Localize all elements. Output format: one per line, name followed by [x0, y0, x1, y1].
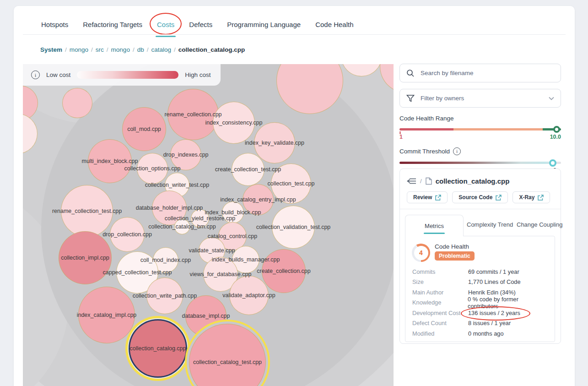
search-placeholder: Search by filename — [421, 70, 474, 76]
breadcrumb-separator: / — [91, 46, 93, 53]
owner-filter-label: Filter by owners — [421, 95, 464, 102]
breadcrumb-root[interactable]: System — [40, 46, 62, 53]
bubble-drop-collection-cpp[interactable] — [110, 217, 145, 252]
range-track-peach — [453, 128, 543, 130]
tab-complexity-trend[interactable]: Complexity Trend — [467, 221, 513, 228]
owner-filter-dropdown[interactable]: Filter by owners — [399, 89, 561, 108]
nav-tab-defects[interactable]: Defects — [188, 19, 213, 30]
external-link-icon — [435, 195, 441, 201]
range-handle[interactable] — [553, 126, 560, 133]
legend-info-icon[interactable]: i — [31, 71, 40, 79]
search-icon — [406, 69, 415, 77]
metric-value: 1,770 Lines of Code — [468, 278, 521, 285]
threshold-handle[interactable] — [549, 159, 556, 167]
button-label: X-Ray — [519, 194, 534, 201]
metric-label: Modified — [412, 330, 468, 337]
bubble-collection-options-cpp[interactable] — [137, 153, 168, 184]
bubble-drop-indexes-cpp[interactable] — [170, 139, 201, 170]
legend-low-label: Low cost — [46, 71, 70, 78]
button-label: Source Code — [459, 194, 492, 201]
path-separator: / — [420, 178, 422, 185]
metric-row-commits: Commits69 commits / 1 year — [412, 266, 550, 277]
bubble-rename-collection-test-cpp[interactable] — [61, 185, 113, 237]
tab-metrics[interactable]: Metrics — [405, 215, 464, 236]
bubble-create-collection-cpp[interactable] — [262, 249, 306, 293]
file-detail-card: / collection_catalog.cpp ReviewSource Co… — [399, 169, 561, 344]
nav-tab-programming-language[interactable]: Programming Language — [226, 19, 302, 30]
bubble-rename-collection-cpp[interactable] — [167, 89, 219, 140]
external-link-icon — [496, 195, 502, 201]
range-track-red — [399, 128, 453, 130]
nav-tab-costs[interactable]: Costs — [156, 19, 175, 30]
cost-gradient-bar — [77, 71, 178, 79]
code-health-range-slider[interactable] — [399, 125, 561, 133]
breadcrumb-current-file: collection_catalog.cpp — [178, 46, 245, 53]
breadcrumb-separator: / — [107, 46, 108, 53]
metric-value: 136 issues / 2 years — [468, 310, 520, 316]
range-max-label: 10.0 — [550, 134, 561, 140]
bubble-collection-catalog-bm-cpp[interactable] — [174, 219, 190, 234]
tab-active-underline — [424, 233, 445, 234]
legend-high-label: High cost — [185, 71, 210, 78]
breadcrumb-link-1-src[interactable]: src — [96, 46, 104, 53]
bubble-index-key-validate-cpp[interactable] — [254, 122, 295, 163]
bubble-index-catalog-impl-cpp[interactable] — [78, 287, 135, 343]
breadcrumb-separator: / — [174, 46, 176, 53]
breadcrumb: System/mongo/src/mongo/db/catalog/collec… — [40, 46, 245, 53]
metric-value: Henrik Edin (34%) — [468, 289, 516, 296]
tab-change-coupling[interactable]: Change Coupling — [517, 221, 562, 228]
nav-tab-hotspots[interactable]: Hotspots — [40, 19, 69, 30]
metric-row-defect-count: Defect Count8 issues / 1 year — [412, 318, 550, 329]
metric-value: 8 issues / 1 year — [468, 320, 511, 326]
threshold-track — [399, 162, 561, 164]
code-health-score: 4 — [419, 249, 423, 256]
commit-threshold-label: Commit Threshold — [399, 148, 450, 155]
breadcrumb-separator: / — [133, 46, 135, 53]
breadcrumb-separator: / — [147, 46, 149, 53]
button-label: Review — [413, 194, 432, 201]
review-button[interactable]: Review — [407, 191, 448, 203]
range-min-label: 1 — [399, 134, 403, 140]
detail-actions: ReviewSource CodeX-Ray — [407, 191, 550, 203]
x-ray-button[interactable]: X-Ray — [512, 191, 550, 203]
bubble-index-consistency-cpp[interactable] — [213, 102, 255, 144]
breadcrumb-link-3-db[interactable]: db — [137, 46, 144, 53]
metric-label: Main Author — [412, 289, 468, 296]
metric-label: Size — [412, 278, 468, 285]
bubble-multi-index-block-cpp[interactable] — [88, 139, 132, 183]
nav-tab-refactoring-targets[interactable]: Refactoring Targets — [82, 19, 143, 30]
bubble-coll-mod-cpp[interactable] — [122, 107, 166, 151]
bubble-index-build-block-cpp[interactable] — [222, 201, 244, 223]
commit-threshold-slider[interactable] — [399, 159, 561, 166]
bubble-collection-validation-test-cpp[interactable] — [272, 206, 315, 249]
breadcrumb-link-2-mongo[interactable]: mongo — [111, 46, 130, 53]
back-to-list-icon[interactable] — [407, 178, 416, 185]
search-box[interactable]: Search by filename — [399, 64, 561, 82]
bubble-collection-yield-restore-cpp[interactable] — [191, 209, 209, 228]
metrics-panel: 4 Code Health Problematic Commits69 comm… — [405, 236, 555, 342]
bubble-create-collection-test-cpp[interactable] — [232, 153, 264, 186]
source-code-button[interactable]: Source Code — [452, 191, 508, 203]
bubble-collection-write-path-cpp[interactable] — [146, 277, 183, 314]
bubble-validate-adaptor-cpp[interactable] — [229, 276, 269, 315]
bubble-collection-impl-cpp[interactable] — [59, 231, 112, 284]
bubble-collection-test-cpp[interactable] — [271, 163, 311, 204]
breadcrumb-link-0-mongo[interactable]: mongo — [70, 46, 88, 53]
breadcrumb-separator: / — [65, 46, 67, 53]
cost-bubble-chart[interactable]: coll_mod.cpprename_collection.cppindex_c… — [23, 64, 394, 386]
commit-threshold-info-icon[interactable]: i — [453, 147, 461, 155]
metric-row-knowledge: Knowledge0 % code by former contributors — [412, 298, 550, 308]
bubble-index-catalog-entry-impl-cpp[interactable] — [243, 184, 274, 215]
metric-row-modified: Modified0 months ago — [412, 328, 550, 339]
file-icon — [426, 177, 432, 185]
nav-tab-code-health[interactable]: Code Health — [314, 19, 354, 30]
metric-value: 0 months ago — [468, 330, 504, 337]
metric-row-size: Size1,770 Lines of Code — [412, 277, 550, 288]
code-health-gauge: 4 — [412, 244, 430, 262]
bubble-unlabeled[interactable] — [62, 88, 92, 118]
nav-divider — [23, 34, 566, 35]
code-health-title: Code Health — [435, 243, 469, 250]
metric-label: Knowledge — [412, 299, 468, 306]
breadcrumb-link-4-catalog[interactable]: catalog — [151, 46, 171, 53]
bubble-collection-catalog-cpp[interactable] — [129, 319, 187, 378]
